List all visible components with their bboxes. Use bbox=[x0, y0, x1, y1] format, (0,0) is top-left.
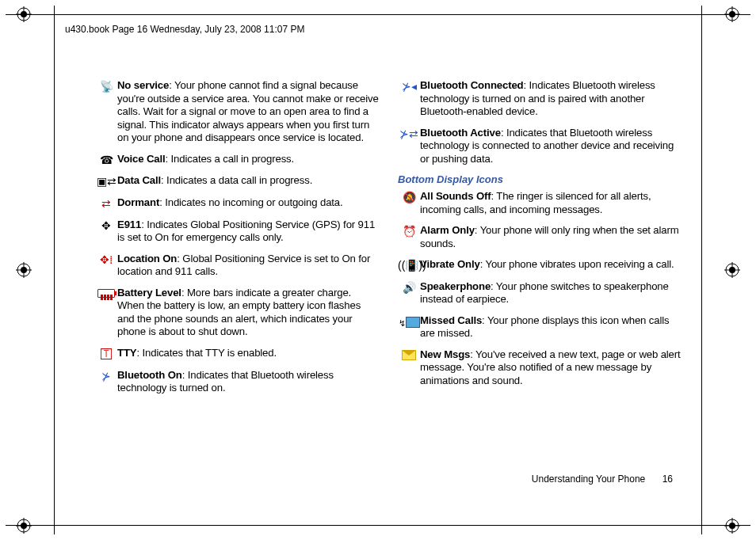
definition-item: 🅃TTY: Indicates that TTY is enabled. bbox=[95, 347, 379, 361]
term-name: Dormant bbox=[117, 196, 159, 208]
footer-section: Understanding Your Phone bbox=[532, 473, 645, 485]
definition-text: Voice Call: Indicates a call in progress… bbox=[117, 153, 379, 166]
status-icon: ☎ bbox=[95, 153, 117, 167]
registration-mark-icon bbox=[724, 6, 740, 22]
status-icon: 🅃 bbox=[95, 347, 117, 361]
definition-text: E911: Indicates Global Positioning Servi… bbox=[117, 219, 379, 245]
status-icon: ✥ bbox=[95, 219, 117, 233]
term-name: Bluetooth Connected bbox=[420, 79, 523, 91]
status-icon: ⇄ bbox=[95, 196, 117, 211]
definition-text: No service: Your phone cannot find a sig… bbox=[117, 79, 379, 145]
term-name: Bluetooth Active bbox=[420, 127, 501, 139]
definition-text: Bluetooth Active: Indicates that Bluetoo… bbox=[420, 127, 682, 166]
term-name: Speakerphone bbox=[420, 280, 491, 292]
subheading: Bottom Display Icons bbox=[398, 173, 682, 185]
definition-item: Battery Level: More bars indicate a grea… bbox=[95, 287, 379, 339]
status-icon: ⊁◂ bbox=[398, 79, 420, 93]
term-description: : Indicates no incoming or outgoing data… bbox=[159, 196, 342, 208]
registration-mark-icon bbox=[724, 262, 740, 278]
term-name: Missed Calls bbox=[420, 314, 482, 326]
definition-item: ⇄Dormant: Indicates no incoming or outgo… bbox=[95, 196, 379, 211]
registration-mark-icon bbox=[724, 518, 740, 534]
term-name: New Msgs bbox=[420, 348, 470, 360]
term-name: Vibrate Only bbox=[420, 258, 480, 270]
footer-page-number: 16 bbox=[662, 473, 673, 485]
definition-text: Battery Level: More bars indicate a grea… bbox=[117, 287, 379, 339]
definition-item: New Msgs: You've received a new text, pa… bbox=[398, 348, 682, 388]
definition-text: All Sounds Off: The ringer is silenced f… bbox=[420, 190, 682, 216]
status-icon: 🔊 bbox=[398, 280, 420, 295]
definition-text: Missed Calls: Your phone displays this i… bbox=[420, 314, 682, 340]
definition-text: Vibrate Only: Your phone vibrates upon r… bbox=[420, 258, 682, 272]
definition-text: Bluetooth On: Indicates that Bluetooth w… bbox=[117, 369, 379, 395]
definition-text: Speakerphone: Your phone switches to spe… bbox=[420, 280, 682, 306]
definition-text: New Msgs: You've received a new text, pa… bbox=[420, 348, 682, 388]
status-icon: 🔕 bbox=[398, 190, 420, 204]
status-icon: 📡 bbox=[95, 79, 117, 93]
definition-text: Location On: Global Positioning Service … bbox=[117, 253, 379, 279]
definition-item: ↯Missed Calls: Your phone displays this … bbox=[398, 314, 682, 340]
definition-item: ⊁Bluetooth On: Indicates that Bluetooth … bbox=[95, 369, 379, 395]
term-name: No service bbox=[117, 79, 169, 91]
definition-item: ▣⇄Data Call: Indicates a data call in pr… bbox=[95, 174, 379, 188]
term-description: : Indicates that TTY is enabled. bbox=[136, 347, 277, 359]
page-header: u430.book Page 16 Wednesday, July 23, 20… bbox=[65, 24, 304, 35]
term-name: All Sounds Off bbox=[420, 190, 491, 202]
term-name: Voice Call bbox=[117, 153, 166, 165]
term-description: : Indicates a data call in progress. bbox=[161, 174, 312, 186]
status-icon: ✥⁞ bbox=[95, 253, 117, 267]
definition-item: 🔕All Sounds Off: The ringer is silenced … bbox=[398, 190, 682, 216]
status-icon: ▣⇄ bbox=[95, 174, 117, 188]
definition-item: ⏰Alarm Only: Your phone will only ring w… bbox=[398, 224, 682, 250]
crop-mark-right bbox=[701, 6, 702, 534]
status-icon: ⊁⇄ bbox=[398, 127, 420, 141]
registration-mark-icon bbox=[16, 262, 32, 278]
term-description: : Your phone vibrates upon receiving a c… bbox=[480, 258, 674, 270]
status-icon bbox=[398, 348, 420, 363]
definition-text: TTY: Indicates that TTY is enabled. bbox=[117, 347, 379, 360]
content-columns: 📡No service: Your phone cannot find a si… bbox=[95, 79, 682, 403]
left-column: 📡No service: Your phone cannot find a si… bbox=[95, 79, 379, 403]
registration-mark-icon bbox=[16, 518, 32, 534]
term-name: TTY bbox=[117, 347, 136, 359]
term-name: Alarm Only bbox=[420, 224, 475, 236]
crop-mark-top bbox=[6, 14, 750, 15]
definition-item: ⊁⇄Bluetooth Active: Indicates that Bluet… bbox=[398, 127, 682, 166]
crop-mark-bottom bbox=[6, 525, 750, 526]
definition-item: 🔊Speakerphone: Your phone switches to sp… bbox=[398, 280, 682, 306]
definition-item: ☎Voice Call: Indicates a call in progres… bbox=[95, 153, 379, 167]
term-name: Data Call bbox=[117, 174, 161, 186]
term-description: : Indicates Global Positioning Service (… bbox=[117, 219, 375, 244]
definition-item: ✥E911: Indicates Global Positioning Serv… bbox=[95, 219, 379, 245]
crop-mark-left bbox=[54, 6, 55, 534]
status-icon: ↯ bbox=[398, 314, 420, 329]
term-name: Battery Level bbox=[117, 287, 181, 299]
definition-item: ✥⁞Location On: Global Positioning Servic… bbox=[95, 253, 379, 279]
definition-text: Alarm Only: Your phone will only ring wh… bbox=[420, 224, 682, 250]
term-name: E911 bbox=[117, 219, 141, 230]
page-footer: Understanding Your Phone 16 bbox=[532, 473, 673, 485]
right-column: ⊁◂Bluetooth Connected: Indicates Bluetoo… bbox=[398, 79, 682, 403]
status-icon: ⊁ bbox=[95, 369, 117, 383]
definition-text: Data Call: Indicates a data call in prog… bbox=[117, 174, 379, 188]
definition-item: ⊁◂Bluetooth Connected: Indicates Bluetoo… bbox=[398, 79, 682, 119]
status-icon bbox=[95, 287, 117, 302]
definition-text: Bluetooth Connected: Indicates Bluetooth… bbox=[420, 79, 682, 119]
definition-item: 📡No service: Your phone cannot find a si… bbox=[95, 79, 379, 145]
term-name: Bluetooth On bbox=[117, 369, 182, 381]
definition-text: Dormant: Indicates no incoming or outgoi… bbox=[117, 196, 379, 210]
term-description: : Indicates a call in progress. bbox=[166, 153, 294, 165]
definition-item: ((📳))Vibrate Only: Your phone vibrates u… bbox=[398, 258, 682, 272]
status-icon: ((📳)) bbox=[398, 258, 420, 272]
status-icon: ⏰ bbox=[398, 224, 420, 238]
term-name: Location On bbox=[117, 253, 177, 264]
registration-mark-icon bbox=[16, 6, 32, 22]
